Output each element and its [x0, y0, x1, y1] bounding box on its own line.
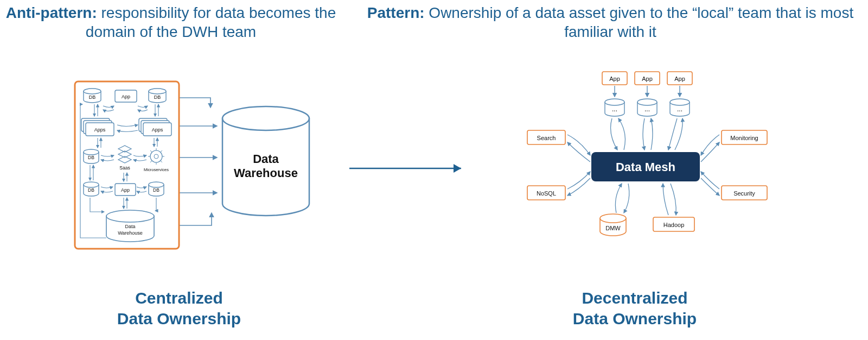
security-box: Security	[722, 186, 767, 200]
svg-text:DB: DB	[88, 187, 94, 193]
saas-icon: Saas	[118, 146, 131, 171]
ellipsis-cylinder-icon: ...	[670, 99, 690, 116]
heading-label: Anti-pattern:	[6, 4, 97, 21]
svg-text:Security: Security	[733, 190, 755, 197]
app-box: App	[115, 184, 136, 196]
db-icon: DB	[149, 182, 164, 196]
svg-text:DB: DB	[88, 155, 94, 160]
transition-arrow-icon	[347, 158, 472, 181]
decentralized-diagram: Data Mesh App App App	[521, 65, 770, 263]
svg-text:Hadoop: Hadoop	[663, 222, 685, 228]
link-arrows	[615, 184, 676, 215]
svg-point-17	[84, 149, 99, 155]
svg-text:...: ...	[612, 105, 617, 113]
apps-stack-icon: Apps	[81, 118, 114, 136]
svg-text:DB: DB	[153, 187, 159, 193]
svg-point-7	[149, 89, 166, 94]
nosql-box: NoSQL	[527, 186, 565, 200]
svg-point-21	[154, 154, 158, 159]
inner-dwh-icon: Data Warehouse	[106, 210, 154, 242]
svg-point-35	[149, 182, 164, 187]
pattern-heading: Pattern: Ownership of a data asset given…	[358, 3, 863, 41]
link-arrows	[567, 135, 590, 196]
ellipsis-cylinder-icon: ...	[605, 99, 624, 116]
svg-text:DB: DB	[89, 95, 96, 100]
svg-text:Apps: Apps	[94, 127, 106, 133]
db-icon: DB	[84, 149, 99, 163]
svg-text:...: ...	[677, 105, 682, 113]
svg-text:App: App	[642, 75, 653, 82]
link-arrows	[615, 86, 680, 97]
svg-text:App: App	[674, 75, 685, 82]
svg-text:Data: Data	[253, 152, 279, 166]
svg-point-3	[84, 89, 101, 94]
feed-arrows	[179, 98, 217, 225]
svg-point-63	[600, 214, 626, 223]
centralized-caption: Centralized Data Ownership	[65, 288, 293, 329]
apps-stack-icon: Apps	[139, 118, 171, 136]
caption-line: Centralized	[135, 289, 223, 307]
svg-point-53	[670, 99, 690, 105]
svg-text:Warehouse: Warehouse	[234, 166, 298, 180]
svg-line-27	[161, 161, 162, 162]
svg-point-51	[637, 99, 657, 105]
heading-text: Ownership of a data asset given to the “…	[425, 4, 854, 40]
db-icon: DB	[84, 89, 101, 103]
link-arrows	[611, 118, 683, 150]
microservices-icon: Microservices	[144, 148, 169, 172]
svg-text:Search: Search	[537, 135, 556, 141]
svg-text:Apps: Apps	[152, 127, 163, 133]
monitoring-box: Monitoring	[722, 130, 767, 144]
svg-line-26	[150, 150, 152, 152]
svg-text:DB: DB	[154, 95, 161, 100]
decentralized-caption: Decentralized Data Ownership	[521, 288, 749, 329]
svg-point-0	[222, 106, 309, 130]
svg-text:Saas: Saas	[119, 165, 130, 171]
hadoop-box: Hadoop	[653, 217, 694, 231]
svg-text:DMW: DMW	[605, 225, 621, 231]
svg-line-28	[150, 161, 152, 162]
svg-text:App: App	[121, 187, 130, 193]
dmw-cylinder-icon: DMW	[600, 214, 626, 236]
svg-line-29	[161, 150, 162, 152]
app-box: App	[115, 90, 137, 102]
svg-point-37	[106, 210, 154, 222]
svg-text:Monitoring: Monitoring	[730, 135, 758, 141]
caption-line: Data Ownership	[117, 310, 241, 328]
svg-text:Warehouse: Warehouse	[118, 230, 143, 236]
svg-text:App: App	[609, 75, 620, 82]
svg-text:Data: Data	[125, 224, 135, 229]
svg-point-31	[84, 182, 99, 187]
svg-text:Microservices: Microservices	[144, 167, 169, 172]
caption-line: Decentralized	[582, 289, 687, 307]
caption-line: Data Ownership	[573, 310, 697, 328]
anti-pattern-heading: Anti-pattern: responsibility for data be…	[0, 3, 342, 41]
centralized-diagram: Data Warehouse DB App	[71, 76, 320, 257]
db-icon: DB	[149, 89, 166, 103]
search-box: Search	[527, 130, 565, 144]
ellipsis-cylinder-icon: ...	[637, 99, 657, 116]
link-arrows	[103, 106, 148, 111]
svg-point-49	[605, 99, 624, 105]
svg-text:Data Mesh: Data Mesh	[616, 160, 675, 174]
app-box: App	[635, 72, 660, 85]
svg-text:App: App	[122, 94, 130, 99]
heading-text: responsibility for data becomes the doma…	[86, 4, 336, 40]
data-warehouse-cylinder-icon: Data Warehouse	[222, 106, 309, 216]
data-mesh-center: Data Mesh	[591, 152, 700, 181]
svg-text:NoSQL: NoSQL	[537, 190, 556, 197]
svg-text:...: ...	[644, 105, 650, 113]
db-icon: DB	[84, 182, 99, 196]
app-box: App	[602, 72, 627, 85]
heading-label: Pattern:	[367, 4, 425, 21]
svg-point-20	[150, 150, 162, 162]
app-box: App	[667, 72, 692, 85]
link-arrows	[701, 135, 719, 196]
